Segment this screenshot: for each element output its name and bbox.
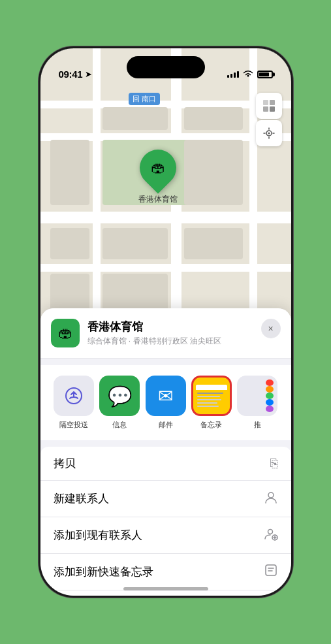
signal-bars — [227, 71, 239, 78]
bottom-sheet: 🏟 香港体育馆 综合体育馆 · 香港特别行政区 油尖旺区 × — [40, 308, 291, 596]
location-arrow-icon: ➤ — [85, 69, 92, 79]
map-block — [102, 107, 168, 130]
status-time: 09:41 — [59, 69, 83, 80]
notes-label: 备忘录 — [200, 420, 222, 430]
map-location-text: 南口 — [142, 95, 156, 103]
wifi-icon — [243, 69, 253, 80]
svg-point-5 — [268, 133, 270, 135]
action-quick-note-label: 添加到新快速备忘录 — [54, 564, 153, 579]
more-icon — [237, 376, 277, 416]
messages-icon: 💬 — [99, 376, 140, 416]
svg-point-8 — [268, 530, 272, 534]
share-airdrop[interactable]: 隔空投送 — [51, 376, 97, 430]
venue-icon: 🏟 — [51, 319, 80, 347]
mail-label: 邮件 — [159, 420, 173, 430]
venue-info: 香港体育馆 综合体育馆 · 香港特别行政区 油尖旺区 — [87, 319, 281, 347]
phone-inner: 09:41 ➤ — [40, 48, 291, 596]
svg-rect-1 — [270, 100, 275, 105]
signal-bar-4 — [237, 71, 239, 78]
map-location-prefix: 回 — [133, 95, 142, 103]
airdrop-label: 隔空投送 — [59, 420, 88, 430]
map-type-button[interactable] — [256, 93, 282, 119]
svg-rect-0 — [263, 100, 268, 105]
venue-desc: 综合体育馆 · 香港特别行政区 油尖旺区 — [87, 336, 281, 347]
action-copy[interactable]: 拷贝 ⎘ — [40, 447, 291, 481]
map-road — [93, 48, 101, 329]
map-road — [249, 48, 257, 329]
home-indicator — [123, 587, 208, 590]
action-add-to-contact[interactable]: 添加到现有联系人 — [40, 517, 291, 554]
venue-name: 香港体育馆 — [87, 319, 281, 334]
map-block — [50, 274, 89, 313]
quick-note-icon — [264, 563, 278, 581]
battery-icon — [257, 71, 273, 78]
marker-label: 香港体育馆 — [138, 194, 178, 205]
copy-icon: ⎘ — [270, 456, 278, 471]
signal-bar-2 — [230, 74, 232, 78]
more-label: 推 — [254, 420, 261, 430]
airdrop-icon — [54, 376, 94, 416]
action-new-contact[interactable]: 新建联系人 — [40, 481, 291, 517]
svg-rect-10 — [266, 565, 276, 575]
notes-icon — [191, 376, 232, 416]
svg-rect-3 — [270, 106, 275, 112]
stadium-marker[interactable]: 🏟 香港体育馆 — [138, 150, 178, 205]
action-list: 拷贝 ⎘ 新建联系人 添加到现有联系人 — [40, 447, 291, 596]
map-controls — [256, 93, 282, 148]
close-button[interactable]: × — [261, 319, 281, 338]
action-copy-label: 拷贝 — [54, 456, 76, 471]
action-print[interactable]: 打印 — [40, 590, 291, 596]
share-more[interactable]: 推 — [234, 376, 280, 430]
location-button[interactable] — [256, 120, 282, 146]
messages-label: 信息 — [112, 420, 127, 430]
action-new-contact-label: 新建联系人 — [54, 491, 109, 506]
svg-rect-2 — [263, 106, 268, 112]
signal-bar-3 — [234, 72, 236, 78]
map-block — [102, 228, 168, 259]
marker-pin: 🏟 — [132, 142, 183, 193]
map-block — [102, 274, 168, 313]
new-contact-icon — [264, 490, 278, 507]
share-messages[interactable]: 💬 信息 — [97, 376, 142, 430]
battery-fill — [259, 72, 269, 76]
map-block — [50, 228, 89, 259]
add-contact-icon — [264, 526, 278, 544]
svg-point-7 — [268, 492, 274, 498]
map-block — [50, 140, 89, 205]
mail-icon: ✉ — [146, 376, 186, 416]
map-block — [184, 107, 243, 130]
share-mail[interactable]: ✉ 邮件 — [142, 376, 188, 430]
map-block — [184, 228, 243, 259]
action-add-to-contact-label: 添加到现有联系人 — [54, 528, 142, 543]
share-notes[interactable]: 备忘录 — [189, 376, 234, 430]
share-row: 隔空投送 💬 信息 ✉ 邮件 — [40, 365, 291, 440]
map-location-label: 回 南口 — [129, 93, 160, 105]
sheet-header: 🏟 香港体育馆 综合体育馆 · 香港特别行政区 油尖旺区 × — [40, 308, 291, 359]
dynamic-island — [127, 56, 205, 78]
status-icons — [227, 69, 273, 80]
signal-bar-1 — [227, 75, 229, 78]
map-block — [184, 140, 243, 205]
phone-frame: 09:41 ➤ — [39, 46, 293, 598]
action-quick-note[interactable]: 添加到新快速备忘录 — [40, 554, 291, 590]
marker-icon: 🏟 — [151, 159, 165, 176]
